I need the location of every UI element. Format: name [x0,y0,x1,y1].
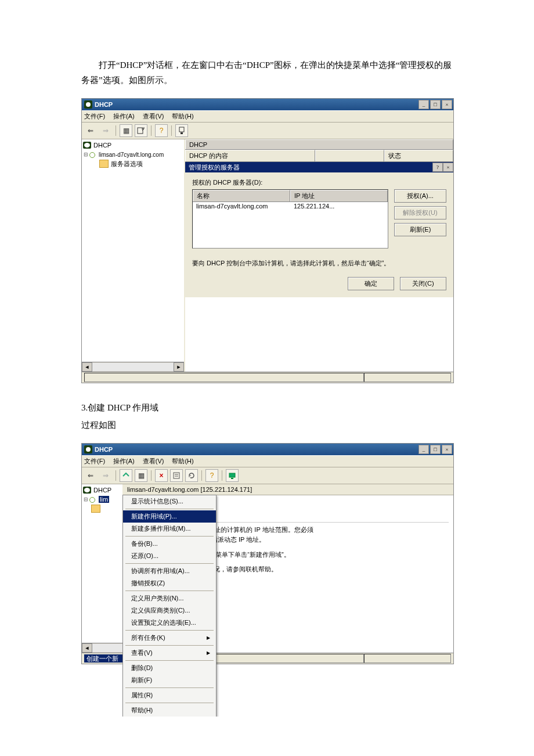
screenshot-1: DHCP _ □ × 文件(F) 操作(A) 查看(V) 帮助(H) ⇐ ⇒ ▦… [81,98,454,383]
dialog-close-button[interactable]: × [443,163,453,172]
tree-pane[interactable]: DHCP ⊟ limsan-d7cyavlt.long.com 服务器选项 ◄ [82,139,185,372]
nav-back-button[interactable]: ⇐ [84,124,97,137]
ctx-user-class[interactable]: 定义用户类别(N)... [123,592,216,604]
toolbar-help-icon[interactable]: ? [205,469,218,482]
rp-header: limsan-d7cyavlt.long.com [125.221.124.17… [124,484,453,495]
col-dhcp[interactable]: DHCP [185,139,453,149]
toolbar-monitor-icon[interactable] [226,469,239,482]
tree-root-dhcp[interactable]: DHCP [83,141,183,150]
toolbar-grid-icon[interactable]: ▦ [135,469,147,482]
tree-server-label: limsan-d7cyavlt.long.com [99,152,164,158]
refresh-button[interactable]: 刷新(E) [394,223,446,236]
server-icon [88,151,96,158]
toolbar-props-icon[interactable] [170,469,183,482]
tree-server-options[interactable]: 服务器选项 [83,159,183,168]
ctx-delete[interactable]: 删除(D) [123,662,216,674]
right-pane: DHCP DHCP 的内容 状态 管理授权的服务器 ? × [185,139,453,372]
toolbar-up-icon[interactable] [120,469,132,482]
ctx-new-multicast[interactable]: 新建多播作用域(M)... [123,523,216,535]
window-titlebar-2[interactable]: DHCP _ □ × [82,444,453,455]
section3-sub: 过程如图 [81,418,453,433]
close-button-dlg[interactable]: 关闭(C) [400,277,446,290]
screenshot-2: DHCP _ □ × 文件(F) 操作(A) 查看(V) 帮助(H) ⇐ ⇒ ▦… [81,443,454,664]
menu-help[interactable]: 帮助(H) [172,457,193,466]
ctx-view[interactable]: 查看(V) [123,647,216,659]
tree-server-node[interactable]: ⊟ lim [83,495,121,504]
svg-rect-6 [229,473,235,477]
close-button[interactable]: × [442,100,452,109]
toolbar-delete-icon[interactable]: × [155,469,168,482]
scroll-left-button[interactable]: ◄ [82,643,92,653]
close-button[interactable]: × [442,445,452,454]
toolbar-server-icon[interactable] [175,124,188,137]
toolbar-refresh-icon[interactable] [185,469,198,482]
ctx-stats[interactable]: 显示统计信息(S)... [123,495,216,507]
ctx-new-scope[interactable]: 新建作用域(P)... [123,510,216,523]
col-name[interactable]: 名称 [193,190,290,201]
ctx-revoke-auth[interactable]: 撤销授权(Z) [123,577,216,589]
tree-expand-icon[interactable]: ⊟ [83,152,88,157]
menubar-2: 文件(F) 操作(A) 查看(V) 帮助(H) [82,455,453,467]
tree-server-options[interactable] [83,504,121,513]
menu-file[interactable]: 文件(F) [84,457,105,466]
svg-rect-1 [179,127,184,132]
manage-auth-dialog: 管理授权的服务器 ? × 授权的 DHCP 服务器(D): 名称 IP 地址 [185,161,453,297]
context-menu[interactable]: 显示统计信息(S)... 新建作用域(P)... 新建多播作用域(M)... 备… [122,495,217,717]
nav-back-button[interactable]: ⇐ [84,469,97,482]
dialog-titlebar[interactable]: 管理授权的服务器 ? × [185,162,453,172]
menu-help[interactable]: 帮助(H) [172,112,193,121]
dhcp-icon [83,487,91,494]
tree-root-dhcp[interactable]: DHCP [83,485,121,495]
ctx-backup[interactable]: 备份(B)... [123,538,216,550]
scroll-track[interactable] [92,363,174,371]
menu-action[interactable]: 操作(A) [113,457,135,466]
window-titlebar[interactable]: DHCP _ □ × [82,99,453,110]
toolbar-icon-1[interactable]: ▦ [120,124,132,137]
minimize-button[interactable]: _ [418,445,429,454]
tree-expand-icon[interactable]: ⊟ [83,496,88,502]
tree-server-node[interactable]: ⊟ limsan-d7cyavlt.long.com [83,150,183,159]
scroll-right-button[interactable]: ► [174,362,184,372]
section3-heading: 3.创建 DHCP 作用域 [81,401,453,416]
tree-pane-2[interactable]: DHCP ⊟ lim ◄ [82,484,124,653]
ok-button[interactable]: 确定 [348,277,394,290]
maximize-button[interactable]: □ [430,445,441,454]
ctx-reconcile[interactable]: 协调所有作用域(A)... [123,565,216,577]
status-cell-right [364,654,451,663]
auth-server-list[interactable]: 名称 IP 地址 limsan-d7cyavlt.long.com 125.22… [192,189,388,249]
menu-file[interactable]: 文件(F) [84,112,105,121]
ctx-properties[interactable]: 属性(R) [123,689,216,701]
ctx-vendor-class[interactable]: 定义供应商类别(C)... [123,604,216,617]
folder-icon [99,160,109,168]
ctx-refresh[interactable]: 刷新(F) [123,674,216,686]
menu-view[interactable]: 查看(V) [143,112,164,121]
col-content[interactable]: DHCP 的内容 [185,150,315,161]
ctx-predef-opts[interactable]: 设置预定义的选项(E)... [123,617,216,629]
authorize-button[interactable]: 授权(A)... [394,189,446,203]
ctx-all-tasks[interactable]: 所有任务(K) [123,632,216,644]
svg-rect-3 [174,473,179,478]
scroll-left-button[interactable]: ◄ [82,362,92,372]
menu-view[interactable]: 查看(V) [143,457,164,466]
dhcp-icon [83,142,91,149]
scroll-track[interactable] [92,644,122,652]
toolbar-help-icon[interactable]: ? [155,124,168,137]
menu-action[interactable]: 操作(A) [113,112,135,121]
col-ip[interactable]: IP 地址 [290,190,388,201]
auth-list-label: 授权的 DHCP 服务器(D): [192,178,446,187]
nav-forward-button[interactable]: ⇒ [99,124,112,137]
ctx-restore[interactable]: 还原(O)... [123,550,216,562]
col-blank[interactable] [315,150,384,161]
folder-icon [91,505,100,513]
auth-list-row[interactable]: limsan-d7cyavlt.long.com 125.221.124... [193,202,388,210]
maximize-button[interactable]: □ [430,100,441,109]
dialog-help-button[interactable]: ? [432,163,443,172]
nav-forward-button[interactable]: ⇒ [99,469,112,482]
toolbar-export-icon[interactable] [135,124,147,137]
svg-rect-2 [181,132,183,134]
minimize-button[interactable]: _ [418,100,429,109]
unauthorize-button[interactable]: 解除授权(U) [394,206,446,219]
section3-num: 3. [81,403,88,412]
col-status[interactable]: 状态 [384,150,453,161]
ctx-help[interactable]: 帮助(H) [123,704,216,717]
